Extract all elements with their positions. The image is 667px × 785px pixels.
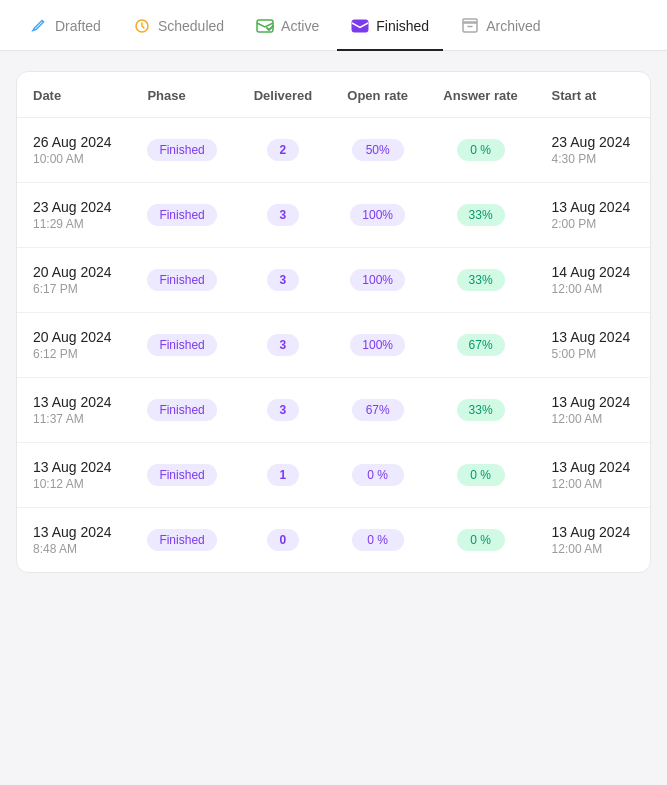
cell-open-rate-4: 67% <box>330 378 426 443</box>
table-row[interactable]: 13 Aug 2024 11:37 AM Finished 3 67% 33% … <box>17 378 650 443</box>
cell-date-4: 13 Aug 2024 11:37 AM <box>17 378 131 443</box>
tab-drafted-label: Drafted <box>55 18 101 34</box>
cell-start-at-4: 13 Aug 2024 12:00 AM <box>536 378 650 443</box>
tab-archived[interactable]: Archived <box>447 1 554 51</box>
cell-date-2: 20 Aug 2024 6:17 PM <box>17 248 131 313</box>
tab-active-label: Active <box>281 18 319 34</box>
table-row[interactable]: 20 Aug 2024 6:17 PM Finished 3 100% 33% … <box>17 248 650 313</box>
table-header-row: Date Phase Delivered Open rate Answer ra… <box>17 72 650 118</box>
cell-phase-2: Finished <box>131 248 236 313</box>
table-row[interactable]: 13 Aug 2024 10:12 AM Finished 1 0 % 0 % … <box>17 443 650 508</box>
col-delivered: Delivered <box>236 72 330 118</box>
cell-start-at-6: 13 Aug 2024 12:00 AM <box>536 508 650 573</box>
cell-date-1: 23 Aug 2024 11:29 AM <box>17 183 131 248</box>
cell-answer-rate-6: 0 % <box>426 508 536 573</box>
cell-start-at-0: 23 Aug 2024 4:30 PM <box>536 118 650 183</box>
cell-delivered-3: 3 <box>236 313 330 378</box>
cell-start-at-1: 13 Aug 2024 2:00 PM <box>536 183 650 248</box>
col-open-rate: Open rate <box>330 72 426 118</box>
tab-scheduled[interactable]: Scheduled <box>119 1 238 51</box>
finished-icon <box>351 17 369 35</box>
cell-open-rate-1: 100% <box>330 183 426 248</box>
col-phase: Phase <box>131 72 236 118</box>
cell-date-0: 26 Aug 2024 10:00 AM <box>17 118 131 183</box>
cell-date-5: 13 Aug 2024 10:12 AM <box>17 443 131 508</box>
table-card: Date Phase Delivered Open rate Answer ra… <box>16 71 651 573</box>
cell-delivered-4: 3 <box>236 378 330 443</box>
cell-delivered-6: 0 <box>236 508 330 573</box>
data-table: Date Phase Delivered Open rate Answer ra… <box>17 72 650 572</box>
cell-start-at-2: 14 Aug 2024 12:00 AM <box>536 248 650 313</box>
svg-rect-1 <box>257 20 273 32</box>
table-row[interactable]: 23 Aug 2024 11:29 AM Finished 3 100% 33%… <box>17 183 650 248</box>
cell-phase-0: Finished <box>131 118 236 183</box>
cell-phase-5: Finished <box>131 443 236 508</box>
cell-answer-rate-0: 0 % <box>426 118 536 183</box>
cell-start-at-3: 13 Aug 2024 5:00 PM <box>536 313 650 378</box>
cell-phase-1: Finished <box>131 183 236 248</box>
tab-finished[interactable]: Finished <box>337 1 443 51</box>
drafted-icon <box>30 17 48 35</box>
table-row[interactable]: 20 Aug 2024 6:12 PM Finished 3 100% 67% … <box>17 313 650 378</box>
main-content: Date Phase Delivered Open rate Answer ra… <box>0 51 667 785</box>
col-date: Date <box>17 72 131 118</box>
table-row[interactable]: 13 Aug 2024 8:48 AM Finished 0 0 % 0 % 1… <box>17 508 650 573</box>
cell-phase-6: Finished <box>131 508 236 573</box>
cell-delivered-2: 3 <box>236 248 330 313</box>
svg-rect-2 <box>352 20 368 32</box>
cell-phase-3: Finished <box>131 313 236 378</box>
svg-rect-4 <box>463 19 477 23</box>
tab-bar: Drafted Scheduled Active Finished <box>0 0 667 51</box>
cell-answer-rate-2: 33% <box>426 248 536 313</box>
cell-start-at-5: 13 Aug 2024 12:00 AM <box>536 443 650 508</box>
cell-delivered-5: 1 <box>236 443 330 508</box>
cell-answer-rate-4: 33% <box>426 378 536 443</box>
cell-open-rate-3: 100% <box>330 313 426 378</box>
col-answer-rate: Answer rate <box>426 72 536 118</box>
active-icon <box>256 17 274 35</box>
tab-finished-label: Finished <box>376 18 429 34</box>
cell-delivered-1: 3 <box>236 183 330 248</box>
scheduled-icon <box>133 17 151 35</box>
cell-answer-rate-5: 0 % <box>426 443 536 508</box>
tab-drafted[interactable]: Drafted <box>16 1 115 51</box>
table-row[interactable]: 26 Aug 2024 10:00 AM Finished 2 50% 0 % … <box>17 118 650 183</box>
tab-active[interactable]: Active <box>242 1 333 51</box>
cell-open-rate-6: 0 % <box>330 508 426 573</box>
cell-answer-rate-1: 33% <box>426 183 536 248</box>
cell-phase-4: Finished <box>131 378 236 443</box>
archived-icon <box>461 17 479 35</box>
tab-archived-label: Archived <box>486 18 540 34</box>
col-start-at: Start at <box>536 72 650 118</box>
tab-scheduled-label: Scheduled <box>158 18 224 34</box>
cell-answer-rate-3: 67% <box>426 313 536 378</box>
cell-date-6: 13 Aug 2024 8:48 AM <box>17 508 131 573</box>
cell-open-rate-2: 100% <box>330 248 426 313</box>
cell-delivered-0: 2 <box>236 118 330 183</box>
cell-open-rate-0: 50% <box>330 118 426 183</box>
cell-date-3: 20 Aug 2024 6:12 PM <box>17 313 131 378</box>
cell-open-rate-5: 0 % <box>330 443 426 508</box>
